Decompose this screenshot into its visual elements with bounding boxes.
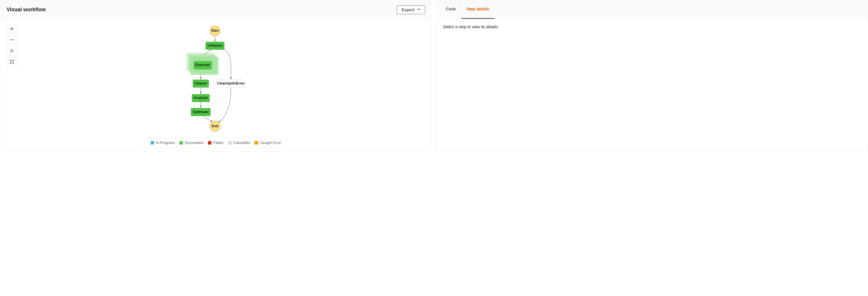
zoom-fit-button[interactable] <box>7 57 17 66</box>
svg-rect-17 <box>191 108 210 116</box>
zoom-in-button[interactable] <box>7 25 17 33</box>
details-tabs: Code Step details <box>437 1 867 19</box>
visual-workflow-header: Visual workflow Export <box>1 1 431 19</box>
svg-rect-9 <box>194 61 211 69</box>
zoom-center-button[interactable] <box>7 47 17 55</box>
svg-rect-13 <box>217 80 245 87</box>
swatch-failed <box>208 141 211 144</box>
svg-point-1 <box>11 51 12 51</box>
tab-code[interactable]: Code <box>441 1 461 19</box>
node-initializer[interactable]: Initializer <box>206 42 224 50</box>
zoom-out-button[interactable] <box>7 35 17 44</box>
legend-item-in-progress: In Progress <box>151 140 175 145</box>
export-button-label: Export <box>402 7 414 12</box>
minus-icon <box>9 37 14 42</box>
svg-point-2 <box>210 26 220 36</box>
target-icon <box>9 49 14 53</box>
swatch-caught-error <box>255 141 258 144</box>
svg-rect-4 <box>206 42 224 50</box>
node-optimizer[interactable]: Optimizer <box>191 108 210 116</box>
node-end[interactable]: End <box>210 121 220 132</box>
edge <box>219 87 231 122</box>
export-button[interactable]: Export <box>397 5 425 14</box>
node-executor-map[interactable]: Executor <box>187 53 218 75</box>
swatch-succeeded <box>179 141 183 144</box>
workflow-graph[interactable]: Start Initializer <box>1 19 431 138</box>
expand-icon <box>9 59 14 64</box>
legend-item-failed: Failed <box>208 140 223 145</box>
panel-title: Visual workflow <box>7 7 46 13</box>
details-panel: Code Step details Select a step to view … <box>437 1 867 152</box>
legend-item-succeeded: Succeeded <box>179 140 203 145</box>
workflow-canvas-container: Start Initializer <box>1 19 431 152</box>
edge <box>203 116 212 122</box>
legend-item-caught-error: Caught Error <box>255 140 281 145</box>
details-placeholder: Select a step to view its details. <box>437 19 867 35</box>
tab-step-details[interactable]: Step details <box>461 1 494 19</box>
svg-rect-11 <box>193 80 209 87</box>
plus-icon <box>9 27 14 31</box>
visual-workflow-panel: Visual workflow Export <box>1 1 431 152</box>
node-cleanup-on-error[interactable]: CleanUpOnError <box>217 80 245 87</box>
swatch-cancelled <box>228 141 231 144</box>
svg-point-19 <box>210 121 220 132</box>
zoom-controls <box>7 25 17 66</box>
node-analyzer[interactable]: Analyzer <box>192 95 209 102</box>
node-cleaner[interactable]: Cleaner <box>193 80 209 87</box>
svg-rect-15 <box>192 95 209 102</box>
caret-down-icon <box>417 9 420 10</box>
swatch-in-progress <box>151 141 154 144</box>
node-start[interactable]: Start <box>210 26 220 36</box>
legend: In Progress Succeeded Failed Cancelled C… <box>145 138 286 147</box>
legend-item-cancelled: Cancelled <box>228 140 250 145</box>
edge <box>223 50 231 79</box>
